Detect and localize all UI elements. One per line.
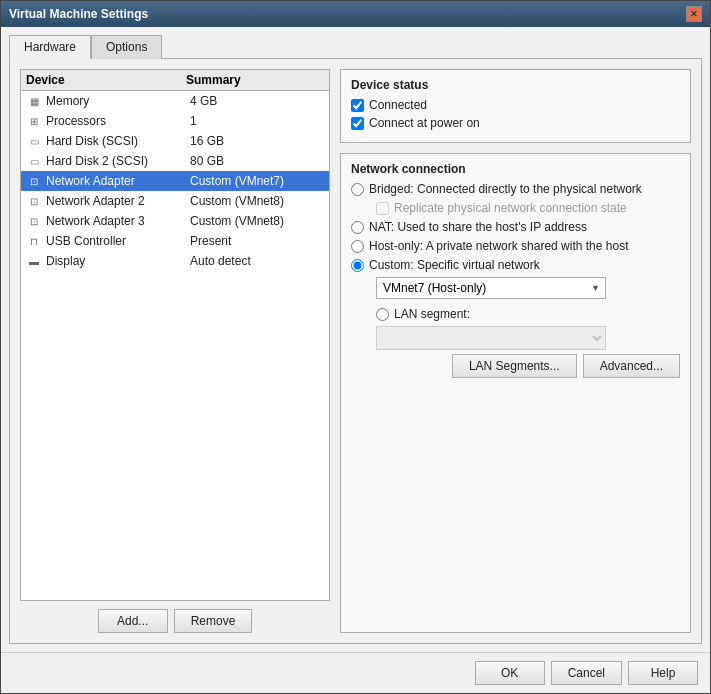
nat-radio[interactable] [351,221,364,234]
network3-icon [26,215,42,227]
power-on-row: Connect at power on [351,116,680,130]
device-status-section: Device status Connected Connect at power… [340,69,691,143]
nat-row: NAT: Used to share the host's IP address [351,220,680,234]
table-row[interactable]: Network Adapter 3 Custom (VMnet8) [21,211,329,231]
window-content: Hardware Options Device Summary [1,27,710,652]
left-panel: Device Summary Memory 4 GB Processors 1 [20,69,330,633]
connected-label: Connected [369,98,427,112]
device-status-title: Device status [351,78,680,92]
nat-label: NAT: Used to share the host's IP address [369,220,587,234]
hostonly-label: Host-only: A private network shared with… [369,239,628,253]
remove-button[interactable]: Remove [174,609,253,633]
tab-content: Device Summary Memory 4 GB Processors 1 [9,58,702,644]
connected-row: Connected [351,98,680,112]
help-button[interactable]: Help [628,661,698,685]
table-row[interactable]: Hard Disk 2 (SCSI) 80 GB [21,151,329,171]
table-row[interactable]: Hard Disk (SCSI) 16 GB [21,131,329,151]
lan-segment-label: LAN segment: [394,307,470,321]
advanced-button[interactable]: Advanced... [583,354,680,378]
memory-icon [26,95,42,107]
lan-segment-row: LAN segment: [376,307,680,321]
hdd2-icon [26,155,42,167]
bridged-label: Bridged: Connected directly to the physi… [369,182,642,196]
network2-icon [26,195,42,207]
window-title: Virtual Machine Settings [9,7,148,21]
device-table: Device Summary Memory 4 GB Processors 1 [20,69,330,601]
network-icon [26,175,42,187]
hostonly-radio[interactable] [351,240,364,253]
table-row[interactable]: Memory 4 GB [21,91,329,111]
lan-segments-button[interactable]: LAN Segments... [452,354,577,378]
replicate-row: Replicate physical network connection st… [376,201,680,215]
tab-options[interactable]: Options [91,35,162,59]
table-row[interactable]: Processors 1 [21,111,329,131]
col-header-device: Device [26,73,186,87]
custom-dropdown-row: VMnet7 (Host-only) VMnet8 (NAT) VMnet1 (… [376,277,680,299]
connected-checkbox[interactable] [351,99,364,112]
col-header-summary: Summary [186,73,324,87]
replicate-checkbox[interactable] [376,202,389,215]
replicate-label: Replicate physical network connection st… [394,201,627,215]
cancel-button[interactable]: Cancel [551,661,622,685]
title-bar-buttons: ✕ [686,6,702,22]
lan-segment-radio[interactable] [376,308,389,321]
bridged-radio[interactable] [351,183,364,196]
table-row[interactable]: Display Auto detect [21,251,329,271]
hostonly-row: Host-only: A private network shared with… [351,239,680,253]
table-row[interactable]: USB Controller Present [21,231,329,251]
ok-button[interactable]: OK [475,661,545,685]
virtual-machine-settings-window: Virtual Machine Settings ✕ Hardware Opti… [0,0,711,694]
bridged-row: Bridged: Connected directly to the physi… [351,182,680,196]
usb-icon [26,235,42,247]
custom-row: Custom: Specific virtual network [351,258,680,272]
custom-label: Custom: Specific virtual network [369,258,540,272]
custom-dropdown-wrapper: VMnet7 (Host-only) VMnet8 (NAT) VMnet1 (… [376,277,606,299]
processor-icon [26,115,42,127]
add-button[interactable]: Add... [98,609,168,633]
network-bottom-buttons: LAN Segments... Advanced... [351,354,680,378]
right-panel: Device status Connected Connect at power… [340,69,691,633]
lan-dropdown[interactable] [376,326,606,350]
custom-dropdown[interactable]: VMnet7 (Host-only) VMnet8 (NAT) VMnet1 (… [376,277,606,299]
title-bar: Virtual Machine Settings ✕ [1,1,710,27]
table-header: Device Summary [21,70,329,91]
display-icon [26,255,42,267]
table-row[interactable]: Network Adapter 2 Custom (VMnet8) [21,191,329,211]
lan-dropdown-wrapper [376,326,680,350]
power-on-label: Connect at power on [369,116,480,130]
power-on-checkbox[interactable] [351,117,364,130]
network-connection-title: Network connection [351,162,680,176]
hdd-icon [26,135,42,147]
close-button[interactable]: ✕ [686,6,702,22]
custom-radio[interactable] [351,259,364,272]
tab-hardware[interactable]: Hardware [9,35,91,59]
table-row[interactable]: Network Adapter Custom (VMnet7) [21,171,329,191]
left-panel-buttons: Add... Remove [20,609,330,633]
network-connection-section: Network connection Bridged: Connected di… [340,153,691,633]
tabs-container: Hardware Options [9,35,702,59]
window-bottom: OK Cancel Help [1,652,710,693]
